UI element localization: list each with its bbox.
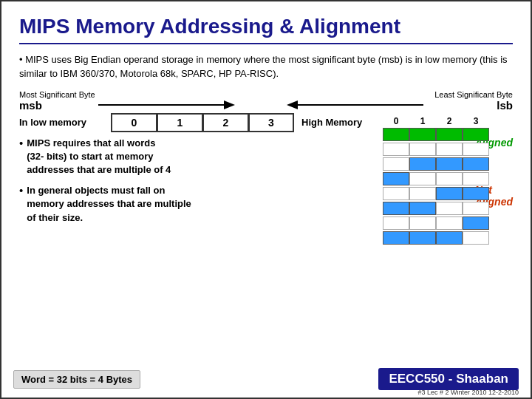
most-sig-label: Most Significant Byte <box>19 90 95 99</box>
cell-4-2 <box>436 172 463 185</box>
align-h3: 3 <box>463 116 489 126</box>
cell-7-1 <box>409 216 436 230</box>
cell-4-1 <box>409 172 436 185</box>
align-row-1 <box>383 128 516 141</box>
cell-5-2 <box>436 187 463 200</box>
least-sig-label: Least Significant Byte <box>434 90 513 99</box>
align-h0: 0 <box>383 116 409 126</box>
cell-8-0 <box>383 231 409 245</box>
addr-boxes: 0 1 2 3 <box>111 113 294 132</box>
align-header-row: 0 1 2 3 <box>383 116 516 126</box>
alignment-diagram: 0 1 2 3 <box>383 116 516 246</box>
lsb-label-block: Least Significant Byte lsb <box>434 90 513 112</box>
align-row-2 <box>383 143 516 156</box>
bullet3-dot: • <box>19 184 23 197</box>
cell-2-3 <box>463 143 489 156</box>
svg-marker-3 <box>287 100 298 109</box>
slide: MIPS Memory Addressing & Alignment • MIP… <box>0 0 532 399</box>
align-row-8 <box>383 231 516 245</box>
cell-3-2 <box>436 157 463 171</box>
align-row-7 <box>383 216 516 230</box>
footer-bar: Word = 32 bits = 4 Bytes EECC550 - Shaab… <box>13 368 519 390</box>
addr-box-3: 3 <box>248 113 294 132</box>
align-row-4 <box>383 172 516 185</box>
cell-7-0 <box>383 216 409 230</box>
addr-box-0: 0 <box>111 113 157 132</box>
cell-1-0 <box>383 128 409 141</box>
cell-5-3 <box>463 187 489 200</box>
cell-1-3 <box>463 128 489 141</box>
msb-text: msb <box>19 99 42 112</box>
sub-footer: #3 Lec # 2 Winter 2010 12-2-2010 <box>417 389 519 396</box>
cell-8-3 <box>463 231 489 245</box>
slide-title: MIPS Memory Addressing & Alignment <box>19 15 513 44</box>
word-label: Word = 32 bits = 4 Bytes <box>13 370 140 389</box>
msb-label-block: Most Significant Byte msb <box>19 90 95 112</box>
cell-6-0 <box>383 202 409 215</box>
align-row-5 <box>383 187 516 200</box>
intro-bullet: • MIPS uses Big Endian operand storage i… <box>19 53 513 81</box>
cell-3-0 <box>383 157 409 171</box>
align-h1: 1 <box>409 116 436 126</box>
addr-box-1: 1 <box>157 113 202 132</box>
eecc-block: EECC550 - Shaaban <box>378 368 519 390</box>
cell-6-2 <box>436 202 463 215</box>
lsb-text: lsb <box>497 99 513 112</box>
align-row-3 <box>383 157 516 171</box>
cell-8-2 <box>436 231 463 245</box>
labels-row: Most Significant Byte msb Least Signific… <box>19 90 513 112</box>
cell-5-1 <box>409 187 436 200</box>
align-h2: 2 <box>436 116 463 126</box>
cell-5-0 <box>383 187 409 200</box>
bullet2-dot: • <box>19 137 23 149</box>
cell-7-2 <box>436 216 463 230</box>
svg-marker-1 <box>224 100 235 109</box>
cell-2-2 <box>436 143 463 156</box>
cell-3-1 <box>409 157 436 171</box>
cell-6-1 <box>409 202 436 215</box>
high-memory-label: High Memory <box>301 117 362 128</box>
cell-4-0 <box>383 172 409 185</box>
cell-8-1 <box>409 231 436 245</box>
in-low-label: In low memory <box>19 117 108 128</box>
addr-box-2: 2 <box>202 113 248 132</box>
cell-1-2 <box>436 128 463 141</box>
cell-4-3 <box>463 172 489 185</box>
align-row-6 <box>383 202 516 215</box>
cell-6-3 <box>463 202 489 215</box>
cell-3-3 <box>463 157 489 171</box>
cell-1-1 <box>409 128 436 141</box>
cell-2-0 <box>383 143 409 156</box>
cell-7-3 <box>463 216 489 230</box>
cell-2-1 <box>409 143 436 156</box>
